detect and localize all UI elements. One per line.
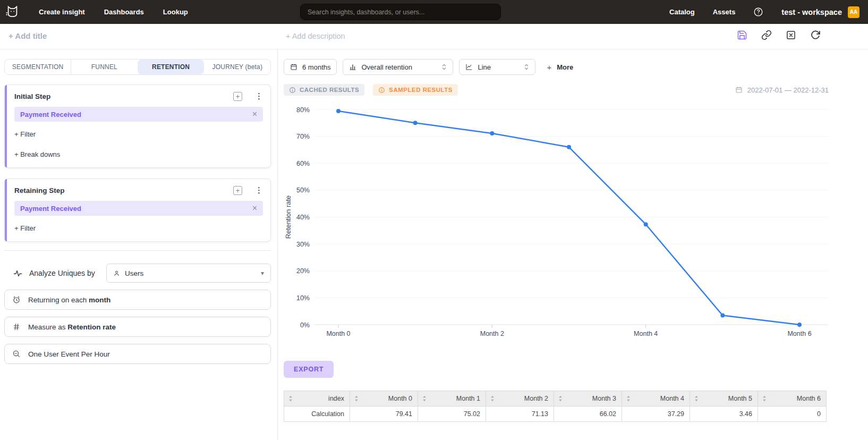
- table-row: Calculation79.4175.0271.1366.0237.293.46…: [284, 407, 827, 422]
- add-title-button[interactable]: + Add title: [8, 31, 47, 40]
- event-chip[interactable]: Payment Received ×: [14, 201, 263, 216]
- option-text: Returning on each: [28, 296, 89, 304]
- svg-text:40%: 40%: [296, 214, 310, 221]
- results-table: indexMonth 0Month 1Month 2Month 3Month 4…: [284, 391, 827, 422]
- svg-text:0%: 0%: [300, 321, 310, 329]
- nav-assets[interactable]: Assets: [713, 8, 736, 16]
- chart-type-select[interactable]: Line: [459, 59, 535, 75]
- step-title: Initial Step: [14, 92, 50, 100]
- table-cell: 0: [758, 407, 827, 422]
- event-dedup-option[interactable]: One User Event Per Hour: [4, 344, 271, 364]
- add-event-icon[interactable]: +: [233, 92, 242, 101]
- more-options-button[interactable]: + More: [547, 63, 573, 72]
- measure-as-option[interactable]: Measure as Retention rate: [4, 317, 271, 337]
- alarm-clock-icon: [12, 295, 21, 304]
- metric-select[interactable]: Overall retention: [343, 59, 453, 75]
- analyze-by-select[interactable]: Users ▾: [106, 264, 271, 283]
- column-header-month-6[interactable]: Month 6: [758, 391, 827, 407]
- event-name: Payment Received: [20, 205, 81, 213]
- insight-type-tabs: SEGMENTATION FUNNEL RETENTION JOURNEY (b…: [4, 59, 271, 75]
- nav-create-insight[interactable]: Create insight: [39, 8, 85, 16]
- svg-text:Month 0: Month 0: [326, 330, 350, 337]
- line-chart-icon: [465, 63, 473, 71]
- column-header-month-1[interactable]: Month 1: [418, 391, 486, 407]
- svg-text:50%: 50%: [296, 187, 310, 194]
- data-point: [490, 131, 494, 136]
- table-cell: 75.02: [418, 407, 486, 422]
- sort-icon[interactable]: [422, 395, 427, 402]
- table-cell: 71.13: [486, 407, 554, 422]
- data-point: [336, 109, 341, 113]
- event-name: Payment Received: [20, 111, 81, 119]
- tab-funnel[interactable]: FUNNEL: [71, 60, 137, 74]
- refresh-icon[interactable]: [810, 30, 821, 40]
- save-icon[interactable]: [737, 30, 747, 40]
- results-panel: 6 months Overall retention Line: [278, 49, 868, 440]
- export-button[interactable]: EXPORT: [284, 361, 334, 378]
- initial-step-card: Initial Step + ⋮ Payment Received × + Fi…: [4, 84, 271, 168]
- column-header-month-4[interactable]: Month 4: [622, 391, 690, 407]
- search-input[interactable]: [300, 4, 501, 20]
- sort-icon[interactable]: [694, 395, 699, 402]
- nav-catalog[interactable]: Catalog: [669, 8, 695, 16]
- step-menu-icon[interactable]: ⋮: [255, 91, 263, 101]
- add-event-icon[interactable]: +: [233, 186, 242, 195]
- add-breakdowns-button[interactable]: + Break downs: [14, 150, 60, 158]
- step-menu-icon[interactable]: ⋮: [255, 185, 263, 195]
- nav-lookup[interactable]: Lookup: [163, 8, 188, 16]
- returning-on-option[interactable]: Returning on each month: [4, 290, 271, 310]
- top-nav: Create insight Dashboards Lookup Catalog…: [0, 0, 868, 24]
- sort-icon[interactable]: [288, 395, 293, 402]
- user-avatar[interactable]: AA: [848, 6, 860, 18]
- info-icon: [289, 87, 296, 94]
- step-title: Retaining Step: [14, 187, 65, 194]
- analyze-uniques-row: Analyze Uniques by Users ▾: [4, 264, 271, 283]
- analyze-label: Analyze Uniques by: [29, 269, 95, 277]
- data-point: [797, 323, 802, 327]
- sort-icon[interactable]: [558, 395, 563, 402]
- svg-text:Month 2: Month 2: [480, 330, 504, 337]
- help-icon[interactable]: [753, 7, 763, 17]
- add-filter-button[interactable]: + Filter: [14, 224, 36, 232]
- app-logo-cat-icon[interactable]: [5, 5, 20, 19]
- sort-icon[interactable]: [490, 395, 495, 402]
- column-header-month-5[interactable]: Month 5: [690, 391, 758, 407]
- tab-segmentation[interactable]: SEGMENTATION: [5, 60, 71, 74]
- column-header-month-3[interactable]: Month 3: [554, 391, 622, 407]
- tab-retention[interactable]: RETENTION: [138, 60, 204, 74]
- sort-icon[interactable]: [354, 395, 359, 402]
- column-header-month-2[interactable]: Month 2: [486, 391, 554, 407]
- option-text: One User Event Per Hour: [28, 350, 110, 358]
- workspace-name[interactable]: test - workspace: [781, 8, 842, 16]
- retention-line-chart[interactable]: 0%10%20%30%40%50%60%70%80%Month 0Month 2…: [284, 98, 829, 342]
- option-text: Measure as: [28, 323, 67, 331]
- option-bold-text: Retention rate: [67, 323, 116, 331]
- svg-text:20%: 20%: [296, 267, 310, 275]
- table-cell: 37.29: [622, 407, 690, 422]
- add-filter-button[interactable]: + Filter: [14, 130, 36, 138]
- calendar-icon: [735, 86, 743, 94]
- sampled-results-badge[interactable]: SAMPLED RESULTS: [373, 84, 458, 96]
- date-range-button[interactable]: 6 months: [284, 59, 337, 75]
- copy-link-icon[interactable]: [761, 30, 772, 40]
- close-insight-icon[interactable]: [786, 30, 796, 40]
- data-point: [413, 121, 418, 125]
- svg-text:Month 4: Month 4: [634, 330, 658, 337]
- insight-header-bar: + Add title + Add description: [0, 24, 868, 49]
- event-chip[interactable]: Payment Received ×: [14, 107, 263, 122]
- column-header-index[interactable]: index: [284, 391, 350, 407]
- add-description-button[interactable]: + Add description: [286, 32, 345, 40]
- svg-text:10%: 10%: [296, 294, 310, 302]
- remove-event-icon[interactable]: ×: [252, 204, 257, 213]
- cached-results-badge[interactable]: CACHED RESULTS: [284, 84, 364, 96]
- nav-dashboards[interactable]: Dashboards: [104, 8, 144, 16]
- sort-icon[interactable]: [762, 395, 767, 402]
- select-spinner-icon: [524, 63, 529, 71]
- column-header-month-0[interactable]: Month 0: [350, 391, 418, 407]
- sort-icon[interactable]: [626, 395, 631, 402]
- remove-event-icon[interactable]: ×: [252, 110, 257, 119]
- results-status-bar: CACHED RESULTS SAMPLED RESULTS 2022-07-0…: [284, 84, 829, 96]
- query-builder-panel: SEGMENTATION FUNNEL RETENTION JOURNEY (b…: [0, 49, 278, 440]
- tab-journey[interactable]: JOURNEY (beta): [204, 60, 270, 74]
- zoom-out-icon: [12, 350, 21, 358]
